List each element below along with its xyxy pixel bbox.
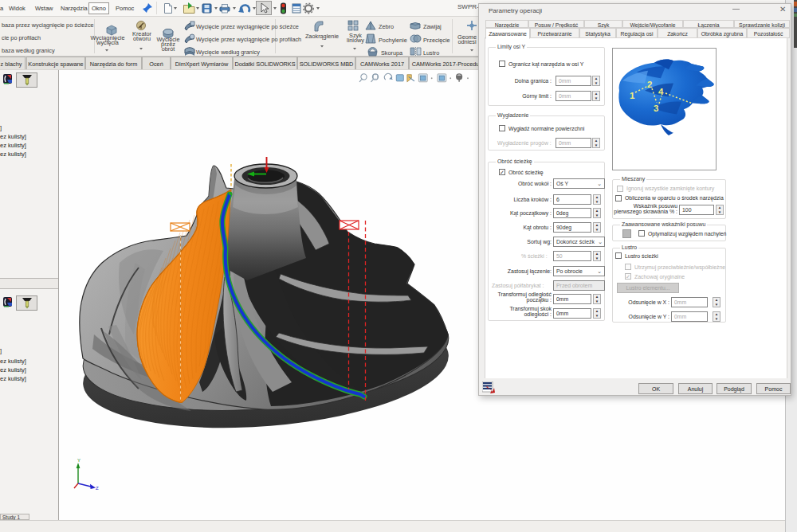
svg-text:2: 2 [647, 80, 652, 89]
svg-text:4: 4 [658, 87, 664, 96]
svg-text:1: 1 [630, 91, 635, 100]
svg-text:3: 3 [654, 104, 658, 113]
svg-text:Z: Z [96, 486, 99, 491]
svg-text:Y: Y [77, 458, 80, 463]
